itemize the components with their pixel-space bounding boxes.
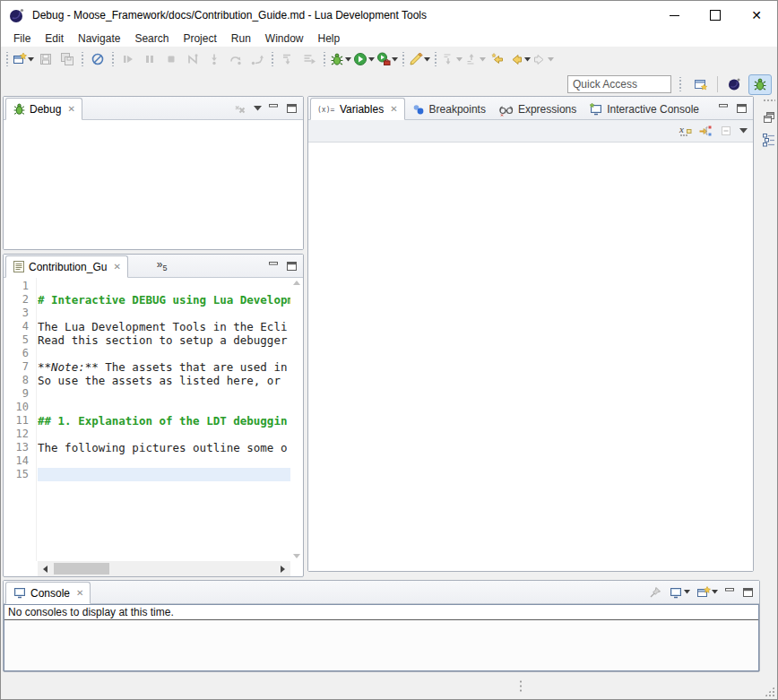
editor-line[interactable] [38, 428, 290, 441]
close-icon[interactable]: ✕ [390, 104, 397, 114]
scroll-right-icon[interactable] [281, 566, 285, 573]
view-menu-button[interactable] [739, 128, 748, 134]
editor-line[interactable]: So use the assets as listed here, or [38, 374, 290, 387]
editor-line[interactable]: **Note:** The assets that are used in [38, 360, 290, 374]
tab-interactive-console[interactable]: Interactive Console [583, 99, 705, 119]
scroll-up-icon[interactable] [293, 281, 300, 285]
close-icon[interactable]: ✕ [113, 262, 120, 272]
annotate-pen-button[interactable] [408, 49, 431, 69]
scroll-down-icon[interactable] [293, 554, 300, 558]
dropdown-arrow-icon[interactable] [548, 57, 554, 62]
debug-perspective-button[interactable] [748, 74, 772, 95]
maximize-button[interactable] [286, 261, 298, 272]
editor-line[interactable] [38, 347, 290, 360]
menu-help[interactable]: Help [311, 31, 348, 46]
previous-annotation-button[interactable] [463, 49, 487, 69]
editor-line[interactable]: Read this section to setup a debugger [38, 333, 290, 347]
last-edit-location-button[interactable] [487, 49, 508, 69]
use-step-filters-button[interactable] [298, 49, 320, 69]
remove-all-terminated-button[interactable] [233, 101, 247, 116]
drop-to-frame-button[interactable] [277, 49, 298, 69]
save-button[interactable] [35, 49, 56, 69]
minimize-button[interactable] [268, 103, 280, 113]
back-button[interactable] [508, 49, 532, 69]
tab-editor-contribution-guide[interactable]: Contribution_Gu ✕ [5, 255, 128, 278]
open-perspective-button[interactable] [689, 74, 713, 95]
editor-line[interactable] [38, 454, 290, 468]
tab-variables[interactable]: (x)=Variables✕ [310, 98, 405, 120]
run-button[interactable] [352, 49, 376, 69]
toolbar-handle[interactable] [81, 52, 84, 66]
quick-access-input[interactable] [567, 75, 671, 93]
next-annotation-button[interactable] [440, 49, 463, 69]
toolbar-handle[interactable] [5, 52, 9, 66]
close-icon[interactable]: ✕ [76, 588, 83, 598]
editor-line[interactable] [38, 280, 290, 293]
display-console-button[interactable] [669, 585, 690, 600]
dropdown-arrow-icon[interactable] [684, 590, 690, 594]
scroll-left-icon[interactable] [43, 566, 48, 573]
dropdown-arrow-icon[interactable] [524, 57, 531, 62]
collapse-all-button[interactable] [719, 124, 733, 138]
dropdown-arrow-icon[interactable] [392, 57, 398, 62]
pin-console-button[interactable] [648, 585, 662, 600]
code-area[interactable]: # Interactive DEBUG using Lua DevelopmTh… [38, 278, 290, 561]
step-into-button[interactable] [203, 49, 225, 69]
suspend-button[interactable] [139, 49, 160, 69]
maximize-button[interactable] [736, 103, 748, 114]
menu-search[interactable]: Search [127, 31, 176, 46]
resize-grip[interactable] [765, 687, 774, 696]
window-minimize-button[interactable] [653, 1, 695, 30]
close-icon[interactable]: ✕ [67, 104, 74, 114]
resume-button[interactable] [117, 49, 139, 69]
editor-line[interactable]: The following pictures outline some o [38, 441, 290, 454]
statusbar-handle[interactable] [519, 678, 523, 694]
dropdown-arrow-icon[interactable] [345, 57, 351, 62]
maximize-button[interactable] [742, 587, 754, 598]
menu-window[interactable]: Window [258, 31, 311, 46]
trim-handle[interactable] [763, 99, 775, 102]
new-wizard-button[interactable] [12, 49, 35, 69]
show-type-names-button[interactable]: x [678, 124, 692, 138]
toolbar-handle[interactable] [323, 52, 326, 66]
toolbar-handle[interactable] [111, 52, 115, 66]
toolbar-handle[interactable] [402, 52, 405, 66]
menu-file[interactable]: File [6, 31, 38, 46]
skip-all-breakpoints-button[interactable] [87, 49, 108, 69]
disconnect-button[interactable] [182, 49, 203, 69]
minimize-button[interactable] [268, 261, 280, 271]
editor-line[interactable] [38, 387, 290, 401]
view-menu-button[interactable] [254, 106, 262, 111]
vertical-scrollbar[interactable] [290, 278, 303, 561]
window-close-button[interactable]: ✕ [736, 1, 777, 30]
external-tools-button[interactable] [376, 49, 399, 69]
outline-view-button[interactable] [762, 133, 776, 147]
scrollbar-thumb[interactable] [54, 563, 109, 575]
terminate-button[interactable] [160, 49, 182, 69]
dropdown-arrow-icon[interactable] [424, 57, 430, 62]
editor-line[interactable]: ## 1. Explanation of the LDT debuggin [38, 414, 290, 428]
show-logical-structure-button[interactable] [698, 124, 713, 138]
tab-debug[interactable]: Debug ✕ [5, 98, 82, 120]
step-return-button[interactable] [246, 49, 268, 69]
tab-console[interactable]: Console ✕ [5, 582, 91, 604]
restore-views-button[interactable] [762, 110, 776, 125]
dropdown-arrow-icon[interactable] [480, 57, 486, 62]
editor-line[interactable] [38, 307, 290, 320]
step-over-button[interactable] [225, 49, 246, 69]
minimize-button[interactable] [724, 587, 736, 597]
dropdown-arrow-icon[interactable] [712, 590, 718, 594]
editor-line[interactable] [38, 401, 290, 414]
toolbar-handle[interactable] [679, 77, 682, 91]
tab-expressions[interactable]: Expressions [492, 99, 583, 119]
lua-perspective-button[interactable] [722, 74, 746, 95]
toolbar-handle[interactable] [271, 52, 274, 66]
menu-edit[interactable]: Edit [38, 31, 71, 46]
horizontal-scrollbar[interactable] [38, 561, 290, 576]
dropdown-arrow-icon[interactable] [368, 57, 375, 62]
window-maximize-button[interactable] [695, 1, 736, 30]
minimize-button[interactable] [718, 103, 730, 113]
save-all-button[interactable] [56, 49, 78, 69]
menu-navigate[interactable]: Navigate [71, 31, 127, 46]
debug-button[interactable] [329, 49, 352, 69]
